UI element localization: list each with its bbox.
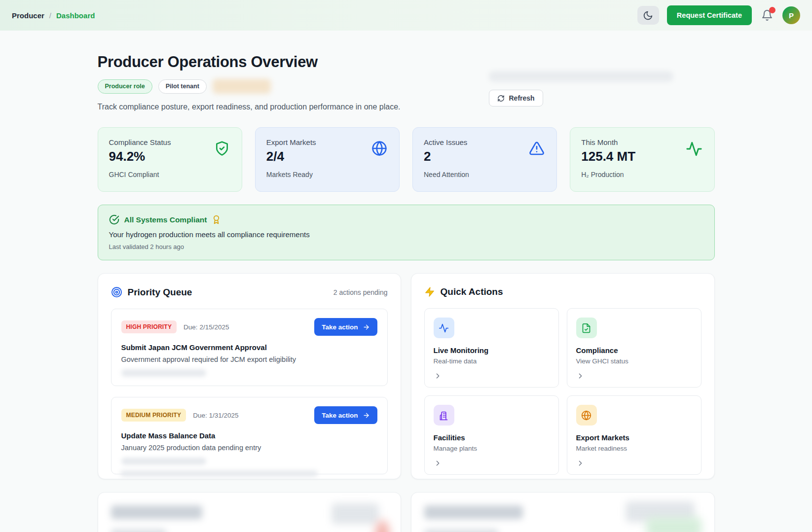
- take-action-button[interactable]: Take action: [314, 318, 377, 336]
- priority-queue-panel: Priority Queue 2 actions pending HIGH PR…: [98, 273, 401, 479]
- stat-value: 125.4 MT: [581, 149, 703, 164]
- redacted-text-blob: [121, 458, 206, 465]
- award-icon: [212, 215, 221, 224]
- badge-row: Producer role Pilot tenant: [98, 79, 401, 94]
- stat-label: Export Markets: [266, 138, 388, 146]
- banner-message: Your hydrogen production meets all compl…: [109, 230, 703, 239]
- page-header-right: Refresh: [489, 71, 673, 106]
- breadcrumb-separator: /: [49, 11, 51, 20]
- breadcrumb: Producer / Dashboard: [12, 11, 95, 20]
- quick-actions-title: Quick Actions: [441, 286, 503, 297]
- take-action-button[interactable]: Take action: [314, 406, 377, 424]
- quick-action-title: Export Markets: [576, 433, 692, 442]
- notifications-button[interactable]: [760, 8, 775, 23]
- moon-icon: [643, 10, 653, 21]
- banner-validated: Last validated 2 hours ago: [109, 243, 703, 250]
- redacted-title-blob: [111, 505, 202, 519]
- activity-icon: [686, 141, 702, 157]
- pilot-tenant-badge: Pilot tenant: [158, 79, 207, 94]
- quick-action-facilities[interactable]: Facilities Manage plants: [424, 395, 559, 475]
- quick-actions-header: Quick Actions: [424, 286, 701, 297]
- zap-icon: [424, 286, 435, 297]
- chevron-right-icon: [576, 372, 692, 380]
- take-action-label: Take action: [322, 412, 358, 419]
- top-navigation-bar: Producer / Dashboard Request Certificate…: [0, 0, 812, 31]
- quick-actions-panel: Quick Actions Live Monitoring Real-time …: [411, 273, 715, 479]
- stat-card-this-month: This Month 125.4 MT H₂ Production: [570, 127, 714, 192]
- redacted-text-blob: [424, 529, 498, 532]
- stat-value: 2/4: [266, 149, 388, 164]
- breadcrumb-producer[interactable]: Producer: [12, 11, 44, 20]
- alert-triangle-icon: [529, 141, 545, 156]
- chevron-right-icon: [434, 372, 550, 380]
- arrow-right-icon: [363, 323, 370, 331]
- breadcrumb-dashboard[interactable]: Dashboard: [56, 11, 95, 20]
- redacted-status-text: [489, 71, 673, 82]
- priority-item-title: Update Mass Balance Data: [121, 431, 377, 440]
- redacted-text-blob: [332, 503, 379, 524]
- target-icon: [111, 286, 122, 298]
- take-action-label: Take action: [322, 323, 358, 331]
- stat-sub: Markets Ready: [266, 171, 388, 178]
- stat-label: This Month: [581, 138, 703, 146]
- compliance-banner: All Systems Compliant Your hydrogen prod…: [98, 205, 715, 260]
- redacted-text-blob: [120, 470, 318, 477]
- page-subtitle: Track compliance posture, export readine…: [98, 103, 401, 111]
- quick-action-title: Compliance: [576, 346, 692, 355]
- priority-item-description: January 2025 production data pending ent…: [121, 444, 377, 452]
- globe-icon: [576, 405, 597, 426]
- dashboard-columns: Priority Queue 2 actions pending HIGH PR…: [98, 273, 715, 479]
- theme-toggle-button[interactable]: [637, 6, 659, 25]
- quick-actions-grid: Live Monitoring Real-time data Complianc…: [424, 308, 701, 475]
- stat-card-compliance-status: Compliance Status 94.2% GHCI Compliant: [98, 127, 242, 192]
- stat-value: 94.2%: [109, 149, 231, 164]
- quick-action-compliance[interactable]: Compliance View GHCI status: [567, 308, 701, 388]
- stat-label: Active Issues: [424, 138, 546, 146]
- refresh-button-label: Refresh: [509, 94, 535, 102]
- priority-item-medium: MEDIUM PRIORITY Due: 1/31/2025 Take acti…: [111, 397, 388, 474]
- bottom-row: [98, 492, 715, 532]
- chevron-right-icon: [434, 459, 550, 467]
- quick-action-title: Facilities: [434, 433, 550, 442]
- shield-check-icon: [214, 141, 230, 156]
- globe-icon: [371, 141, 387, 156]
- redacted-text-blob: [111, 529, 166, 532]
- redacted-title-blob: [424, 505, 523, 519]
- redacted-badge-blob: [213, 79, 271, 94]
- quick-action-live-monitoring[interactable]: Live Monitoring Real-time data: [424, 308, 559, 388]
- stats-row: Compliance Status 94.2% GHCI Compliant E…: [98, 127, 715, 192]
- chevron-right-icon: [576, 459, 692, 467]
- quick-action-subtitle: View GHCI status: [576, 357, 692, 365]
- page-title: Producer Operations Overview: [98, 53, 401, 71]
- due-date: Due: 2/15/2025: [184, 323, 229, 331]
- redacted-text-blob: [121, 369, 206, 377]
- request-certificate-button[interactable]: Request Certificate: [667, 5, 752, 25]
- main-content: Producer Operations Overview Producer ro…: [98, 31, 715, 532]
- priority-item-description: Government approval required for JCM exp…: [121, 355, 377, 363]
- priority-item-title: Submit Japan JCM Government Approval: [121, 343, 377, 352]
- stat-sub: GHCI Compliant: [109, 171, 231, 178]
- file-check-icon: [576, 318, 597, 338]
- due-date: Due: 1/31/2025: [193, 412, 238, 419]
- stat-label: Compliance Status: [109, 138, 231, 146]
- producer-role-badge: Producer role: [98, 79, 152, 94]
- notification-dot: [769, 7, 775, 13]
- user-avatar[interactable]: P: [782, 6, 800, 24]
- actions-pending-count: 2 actions pending: [333, 288, 388, 296]
- stat-card-export-markets: Export Markets 2/4 Markets Ready: [255, 127, 400, 192]
- arrow-right-icon: [363, 412, 370, 419]
- stat-sub: H₂ Production: [581, 171, 703, 178]
- refresh-button[interactable]: Refresh: [489, 90, 543, 106]
- quick-action-title: Live Monitoring: [434, 346, 550, 355]
- priority-badge-medium: MEDIUM PRIORITY: [121, 409, 186, 422]
- banner-title: All Systems Compliant: [124, 215, 207, 224]
- bottom-right-panel-redacted: [411, 492, 715, 532]
- building-icon: [434, 405, 454, 426]
- quick-action-subtitle: Manage plants: [434, 445, 550, 452]
- quick-action-subtitle: Real-time data: [434, 357, 550, 365]
- priority-item-high: HIGH PRIORITY Due: 2/15/2025 Take action…: [111, 309, 388, 386]
- quick-action-export-markets[interactable]: Export Markets Market readiness: [567, 395, 701, 475]
- priority-badge-high: HIGH PRIORITY: [121, 320, 177, 333]
- refresh-icon: [497, 95, 505, 102]
- redacted-status-blob: [646, 517, 701, 532]
